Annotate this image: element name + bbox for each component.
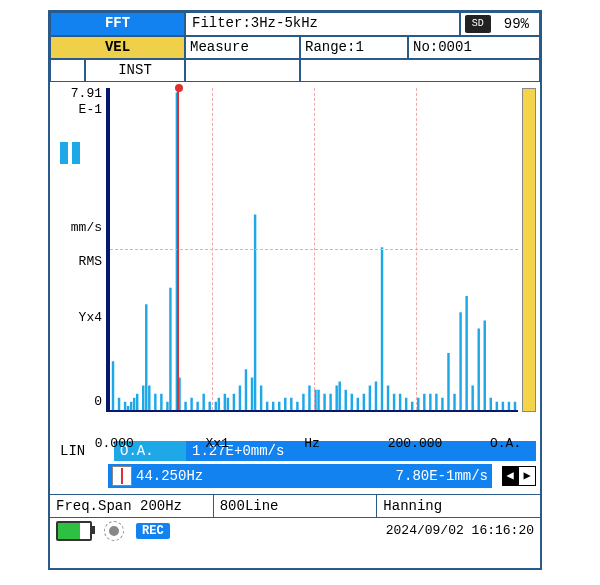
sd-status: SD 99% xyxy=(460,12,540,36)
grid-line-v2 xyxy=(314,88,315,410)
x-oa: O.A. xyxy=(490,436,521,451)
y-stat: RMS xyxy=(79,254,102,269)
x-scale: Xx1 xyxy=(206,436,229,451)
device-screen: FFT Filter:3Hz-5kHz SD 99% VEL Measure R… xyxy=(48,10,542,570)
vertical-scrollbar[interactable] xyxy=(522,88,536,412)
measure-label: Measure xyxy=(185,36,300,59)
analysis-settings: Freq.Span 200Hz 800Line Hanning xyxy=(50,494,540,518)
y-max: 7.91 xyxy=(71,86,102,101)
sd-icon: SD xyxy=(465,15,491,33)
pause-icon xyxy=(60,142,84,169)
cursor-readout: 44.250Hz 7.80E-1mm/s ◀ ▶ xyxy=(50,462,540,490)
nav-left-icon[interactable]: ◀ xyxy=(502,466,518,486)
brightness-icon xyxy=(104,521,124,541)
cursor-value-box: 44.250Hz 7.80E-1mm/s xyxy=(108,464,492,488)
y-exp: E-1 xyxy=(79,102,102,117)
x-min: 0.000 xyxy=(95,436,134,451)
datetime: 2024/09/02 16:16:20 xyxy=(386,523,534,538)
cursor-icon xyxy=(112,466,132,486)
nav-right-icon[interactable]: ▶ xyxy=(518,466,536,486)
record-no: No:0001 xyxy=(408,36,540,59)
rec-indicator: REC xyxy=(136,523,170,539)
x-unit: Hz xyxy=(304,436,320,451)
sd-percent: 99% xyxy=(493,16,535,33)
line-count: 800Line xyxy=(214,495,378,517)
y-unit: mm/s xyxy=(71,220,102,235)
cursor-amplitude: 7.80E-1mm/s xyxy=(260,468,488,484)
header-row-2: VEL Measure Range:1 No:0001 xyxy=(50,36,540,59)
cursor-freq: 44.250Hz xyxy=(136,468,256,484)
grid-line-v3 xyxy=(416,88,417,410)
y-zero: 0 xyxy=(94,394,102,409)
x-tick: 200.000 xyxy=(388,436,443,451)
window-type: Hanning xyxy=(377,495,540,517)
spectrum-plot-area: 7.91 E-1 mm/s RMS Yx4 0 0.000 Xx1 Hz 200… xyxy=(50,82,540,440)
battery-icon xyxy=(56,521,92,541)
status-bar: REC 2024/09/02 16:16:20 xyxy=(50,518,540,544)
header-row-3: INST xyxy=(50,59,540,82)
filter-setting: Filter:3Hz-5kHz xyxy=(185,12,460,36)
signal-type: VEL xyxy=(50,36,185,59)
y-scale: Yx4 xyxy=(79,310,102,325)
inst-label: INST xyxy=(85,59,185,82)
cursor-nav[interactable]: ◀ ▶ xyxy=(502,466,536,486)
grid-line-v1 xyxy=(212,88,213,410)
freq-span: Freq.Span 200Hz xyxy=(50,495,214,517)
empty-cell-3 xyxy=(300,59,540,82)
header-row-1: FFT Filter:3Hz-5kHz SD 99% xyxy=(50,12,540,36)
empty-cell xyxy=(50,59,85,82)
empty-cell-2 xyxy=(185,59,300,82)
mode-indicator: FFT xyxy=(50,12,185,36)
y-axis-labels: 7.91 E-1 mm/s RMS Yx4 0 xyxy=(54,82,104,440)
spectrum-plot[interactable] xyxy=(106,88,518,412)
oa-value: 1.27E+0mm/s xyxy=(186,441,536,461)
cursor-line[interactable] xyxy=(177,88,179,410)
range-label: Range:1 xyxy=(300,36,408,59)
